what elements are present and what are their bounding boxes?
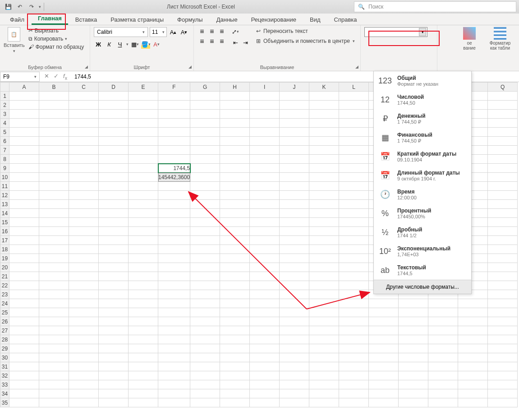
cell[interactable]: [39, 362, 69, 371]
cell[interactable]: [9, 128, 39, 137]
cell[interactable]: [488, 353, 518, 362]
cell[interactable]: [129, 245, 158, 254]
row-header[interactable]: 2: [0, 101, 9, 110]
decrease-font-icon[interactable]: A▾: [179, 28, 188, 37]
cell[interactable]: [39, 200, 69, 209]
cell[interactable]: [69, 209, 99, 218]
cell[interactable]: [250, 398, 280, 407]
cell[interactable]: [99, 92, 129, 101]
cell[interactable]: [190, 182, 220, 191]
cell[interactable]: [280, 227, 309, 236]
format-option-7[interactable]: % Процентный 174450,00%: [374, 204, 471, 223]
cell[interactable]: [309, 128, 339, 137]
row-header[interactable]: 16: [0, 227, 9, 236]
cell[interactable]: [339, 119, 369, 128]
cell[interactable]: [9, 200, 39, 209]
cell[interactable]: [129, 362, 158, 371]
cell[interactable]: [488, 299, 518, 308]
cell[interactable]: [158, 380, 190, 389]
cell[interactable]: [158, 299, 190, 308]
cell[interactable]: [250, 326, 280, 335]
cell[interactable]: [39, 236, 69, 245]
cell[interactable]: [309, 209, 339, 218]
cell[interactable]: [9, 236, 39, 245]
cell[interactable]: [158, 92, 190, 101]
cell[interactable]: [220, 137, 250, 146]
cell[interactable]: [39, 254, 69, 263]
cell[interactable]: 145442,3600: [158, 173, 190, 182]
cell[interactable]: [9, 92, 39, 101]
cell[interactable]: [190, 200, 220, 209]
cell[interactable]: [220, 326, 250, 335]
cell[interactable]: [69, 191, 99, 200]
cell[interactable]: [339, 128, 369, 137]
cell[interactable]: [309, 308, 339, 317]
cell[interactable]: [428, 380, 458, 389]
align-middle-icon[interactable]: ≡: [207, 27, 216, 36]
cell[interactable]: [99, 209, 129, 218]
paste-button[interactable]: 📋 Вставить ▾: [4, 27, 25, 53]
cell[interactable]: [158, 182, 190, 191]
format-option-6[interactable]: 🕐 Время 12:00:00: [374, 185, 471, 204]
more-number-formats-button[interactable]: Другие числовые форматы...: [374, 280, 471, 294]
cell[interactable]: [309, 335, 339, 344]
cell[interactable]: [190, 335, 220, 344]
cell[interactable]: [488, 254, 518, 263]
cell[interactable]: [309, 272, 339, 281]
cell[interactable]: [339, 110, 369, 119]
cell[interactable]: [309, 146, 339, 155]
cell[interactable]: [69, 353, 99, 362]
cell[interactable]: [99, 389, 129, 398]
cell[interactable]: [190, 245, 220, 254]
format-option-0[interactable]: 123 Общий Формат не указан: [374, 71, 471, 90]
cell[interactable]: [250, 254, 280, 263]
cell[interactable]: [428, 344, 458, 353]
underline-button[interactable]: Ч: [115, 40, 124, 49]
column-header[interactable]: I: [250, 83, 280, 92]
format-as-table-button[interactable]: Форматир как табли: [487, 27, 514, 51]
clipboard-dialog-launcher[interactable]: ◢: [85, 65, 88, 69]
cell[interactable]: [399, 380, 428, 389]
cell[interactable]: [220, 344, 250, 353]
cell[interactable]: [428, 308, 458, 317]
cell[interactable]: [488, 218, 518, 227]
cell[interactable]: [339, 200, 369, 209]
format-option-5[interactable]: 📅 Длинный формат даты 9 октября 1904 г.: [374, 166, 471, 185]
cell[interactable]: [220, 353, 250, 362]
cell[interactable]: [488, 389, 518, 398]
cell[interactable]: [39, 272, 69, 281]
cell[interactable]: [9, 182, 39, 191]
cell[interactable]: [220, 128, 250, 137]
cell[interactable]: [9, 119, 39, 128]
cell[interactable]: [250, 299, 280, 308]
cell[interactable]: [99, 191, 129, 200]
row-header[interactable]: 10: [0, 173, 9, 182]
cell[interactable]: [9, 326, 39, 335]
cell[interactable]: [339, 371, 369, 380]
cell[interactable]: [158, 398, 190, 407]
cell[interactable]: [458, 389, 488, 398]
cell[interactable]: [220, 308, 250, 317]
cell[interactable]: [190, 308, 220, 317]
cell[interactable]: [158, 245, 190, 254]
cell[interactable]: [220, 263, 250, 272]
row-header[interactable]: 11: [0, 182, 9, 191]
cell[interactable]: [99, 101, 129, 110]
cell[interactable]: [158, 110, 190, 119]
cell[interactable]: [129, 272, 158, 281]
cell[interactable]: [339, 281, 369, 290]
column-header[interactable]: C: [69, 83, 99, 92]
cell[interactable]: [280, 254, 309, 263]
cell[interactable]: [9, 380, 39, 389]
cell[interactable]: [69, 146, 99, 155]
cell[interactable]: [250, 236, 280, 245]
cell[interactable]: [129, 308, 158, 317]
cell[interactable]: [339, 272, 369, 281]
cell[interactable]: [280, 272, 309, 281]
tab-review[interactable]: Рецензирование: [245, 14, 303, 25]
cell[interactable]: [280, 182, 309, 191]
decrease-indent-icon[interactable]: ⇤: [231, 38, 240, 47]
cell[interactable]: [339, 155, 369, 164]
cell[interactable]: [339, 218, 369, 227]
cell[interactable]: [129, 218, 158, 227]
